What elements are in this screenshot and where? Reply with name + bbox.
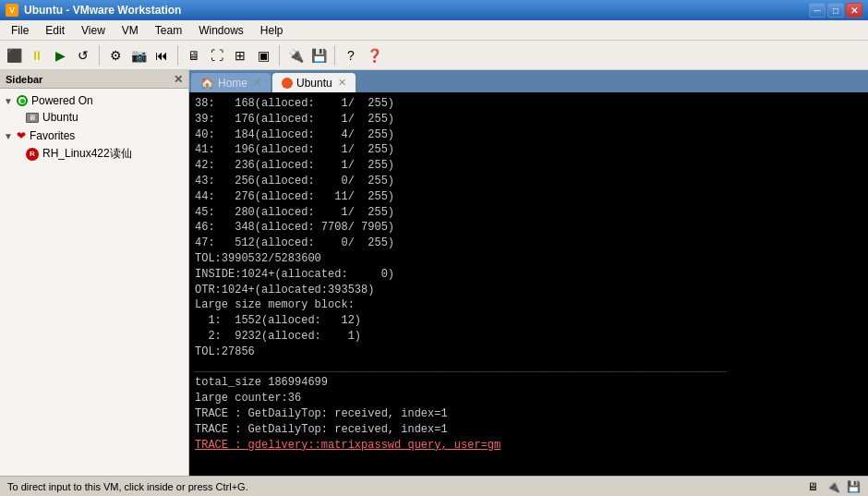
favorites-heart-icon: ❤ bbox=[17, 129, 26, 142]
powered-on-icon bbox=[17, 95, 28, 106]
toolbar-separator-2 bbox=[177, 45, 178, 66]
content-area: 🏠 Home ✕ Ubuntu ✕ 38: 168(alloced: 1/ 25… bbox=[189, 70, 868, 476]
menu-file[interactable]: File bbox=[4, 22, 36, 39]
power-stop-button[interactable]: ⬛ bbox=[4, 45, 24, 66]
help-icon[interactable]: ? bbox=[341, 45, 361, 66]
menu-help[interactable]: Help bbox=[253, 22, 291, 39]
menu-team[interactable]: Team bbox=[148, 22, 189, 39]
status-icons: 🖥 🔌 💾 bbox=[805, 479, 861, 494]
favorites-label: Favorites bbox=[30, 129, 75, 142]
power-resume-button[interactable]: ▶ bbox=[50, 45, 70, 66]
terminal-line-15: 2: 9232(alloced: 1) bbox=[195, 329, 862, 345]
menu-windows[interactable]: Windows bbox=[191, 22, 251, 39]
sidebar-item-rhlinux[interactable]: R RH_Linux422读仙 bbox=[0, 144, 188, 163]
menu-view[interactable]: View bbox=[74, 22, 113, 39]
powered-on-header[interactable]: ▼ Powered On bbox=[0, 92, 188, 109]
toolbar-separator-1 bbox=[99, 45, 100, 66]
app-icon: V bbox=[6, 4, 18, 17]
terminal-line-10: TOL:3990532/5283600 bbox=[195, 251, 862, 267]
menu-edit[interactable]: Edit bbox=[38, 22, 72, 39]
tab-strip: 🏠 Home ✕ Ubuntu ✕ bbox=[189, 70, 868, 92]
status-bar: To direct input to this VM, click inside… bbox=[0, 476, 868, 496]
status-icon-3: 💾 bbox=[846, 479, 861, 494]
terminal-line-3: 41: 196(alloced: 1/ 255) bbox=[195, 142, 862, 158]
settings-button[interactable]: ⚙ bbox=[105, 45, 126, 66]
minimize-button[interactable]: ─ bbox=[809, 3, 826, 18]
terminal-line-1: 39: 176(alloced: 1/ 255) bbox=[195, 112, 862, 127]
tab-home[interactable]: 🏠 Home ✕ bbox=[191, 73, 271, 92]
terminal-line-13: Large size memory block: bbox=[195, 297, 862, 313]
terminal-line-14: 1: 1552(alloced: 12) bbox=[195, 313, 862, 329]
tab-home-label-group: 🏠 Home bbox=[200, 77, 247, 90]
terminal-line-8: 46: 348(alloced: 7708/ 7905) bbox=[195, 220, 862, 236]
toolbar-separator-4 bbox=[334, 45, 335, 66]
toolbar-separator-3 bbox=[279, 45, 280, 66]
close-button[interactable]: ✕ bbox=[846, 3, 862, 18]
terminal-line-0: 38: 168(alloced: 1/ 255) bbox=[195, 96, 862, 112]
fullscreen-button[interactable]: ⛶ bbox=[207, 45, 227, 66]
window-controls[interactable]: ─ □ ✕ bbox=[809, 3, 862, 18]
expand-icon: ▼ bbox=[4, 96, 13, 106]
terminal-line-16: TOL:27856 bbox=[195, 345, 862, 360]
window-button[interactable]: ▣ bbox=[253, 45, 273, 66]
terminal-line-9: 47: 512(alloced: 0/ 255) bbox=[195, 236, 862, 251]
sidebar-header: Sidebar ✕ bbox=[0, 70, 188, 89]
reset-button[interactable]: ↺ bbox=[73, 45, 93, 66]
rh-icon: R bbox=[26, 148, 39, 161]
toolbar: ⬛ ⏸ ▶ ↺ ⚙ 📷 ⏮ 🖥 ⛶ ⊞ ▣ 🔌 💾 ? ❓ bbox=[0, 41, 868, 70]
revert-button[interactable]: ⏮ bbox=[151, 45, 172, 66]
sidebar-content: ▼ Powered On 🖥 Ubuntu ▼ ❤ Favorites bbox=[0, 89, 188, 476]
powered-on-label: Powered On bbox=[31, 94, 93, 107]
tab-ubuntu[interactable]: Ubuntu ✕ bbox=[272, 73, 356, 92]
title-bar-left: V Ubuntu - VMware Workstation bbox=[6, 4, 181, 17]
ubuntu-label: Ubuntu bbox=[42, 111, 78, 124]
terminal-line-6: 44: 276(alloced: 11/ 255) bbox=[195, 189, 862, 205]
maximize-button[interactable]: □ bbox=[827, 3, 844, 18]
tab-ubuntu-label-group: Ubuntu bbox=[282, 77, 332, 90]
sidebar-group-powered-on: ▼ Powered On 🖥 Ubuntu bbox=[0, 92, 188, 126]
sidebar-title: Sidebar bbox=[6, 74, 42, 85]
sidebar: Sidebar ✕ ▼ Powered On 🖥 Ubuntu bbox=[0, 70, 189, 476]
sidebar-close-button[interactable]: ✕ bbox=[174, 73, 183, 86]
powered-on-dot bbox=[20, 99, 25, 103]
tab-ubuntu-close[interactable]: ✕ bbox=[338, 77, 346, 89]
status-icon-1: 🖥 bbox=[805, 479, 820, 494]
ubuntu-vm-icon: 🖥 bbox=[26, 113, 39, 123]
display-button[interactable]: 🖥 bbox=[184, 45, 204, 66]
unity-button[interactable]: ⊞ bbox=[230, 45, 250, 66]
rhlinux-label: RH_Linux422读仙 bbox=[42, 146, 132, 162]
terminal-line-4: 42: 236(alloced: 1/ 255) bbox=[195, 158, 862, 174]
terminal-divider: ________________________________________… bbox=[195, 360, 862, 376]
title-bar: V Ubuntu - VMware Workstation ─ □ ✕ bbox=[0, 0, 868, 20]
power-pause-button[interactable]: ⏸ bbox=[27, 45, 47, 66]
terminal-line-5: 43: 256(alloced: 0/ 255) bbox=[195, 174, 862, 189]
faq-button[interactable]: ❓ bbox=[364, 45, 384, 66]
terminal-line-7: 45: 280(alloced: 1/ 255) bbox=[195, 205, 862, 221]
network-button[interactable]: 🔌 bbox=[285, 45, 306, 66]
main-area: Sidebar ✕ ▼ Powered On 🖥 Ubuntu bbox=[0, 70, 868, 476]
tab-home-text: Home bbox=[218, 77, 247, 90]
home-icon: 🏠 bbox=[200, 77, 214, 90]
window-title: Ubuntu - VMware Workstation bbox=[24, 4, 181, 17]
terminal-output[interactable]: 38: 168(alloced: 1/ 255) 39: 176(alloced… bbox=[189, 92, 868, 476]
terminal-line-20: large counter:36 bbox=[195, 391, 862, 406]
favorites-header[interactable]: ▼ ❤ Favorites bbox=[0, 127, 188, 144]
status-hint: To direct input to this VM, click inside… bbox=[7, 481, 248, 492]
sidebar-group-favorites: ▼ ❤ Favorites R RH_Linux422读仙 bbox=[0, 127, 188, 163]
terminal-line-2: 40: 184(alloced: 4/ 255) bbox=[195, 127, 862, 143]
terminal-line-19: total_size 186994699 bbox=[195, 375, 862, 391]
status-icon-2: 🔌 bbox=[826, 479, 840, 494]
ubuntu-tab-icon bbox=[282, 78, 293, 89]
terminal-line-23: TRACE : gdelivery::matrixpasswd query, u… bbox=[195, 438, 862, 454]
tab-home-close[interactable]: ✕ bbox=[253, 77, 261, 89]
usb-button[interactable]: 💾 bbox=[308, 45, 329, 66]
terminal-line-21: TRACE : GetDailyTop: received, index=1 bbox=[195, 406, 862, 422]
terminal-line-22: TRACE : GetDailyTop: received, index=1 bbox=[195, 422, 862, 438]
snapshot-button[interactable]: 📷 bbox=[128, 45, 149, 66]
favorites-expand-icon: ▼ bbox=[4, 131, 13, 141]
terminal-line-12: OTR:1024+(allocated:393538) bbox=[195, 283, 862, 298]
sidebar-item-ubuntu[interactable]: 🖥 Ubuntu bbox=[0, 109, 188, 126]
tab-ubuntu-text: Ubuntu bbox=[296, 77, 332, 90]
menu-vm[interactable]: VM bbox=[115, 22, 146, 39]
terminal-line-11: INSIDE:1024+(allocated: 0) bbox=[195, 267, 862, 283]
